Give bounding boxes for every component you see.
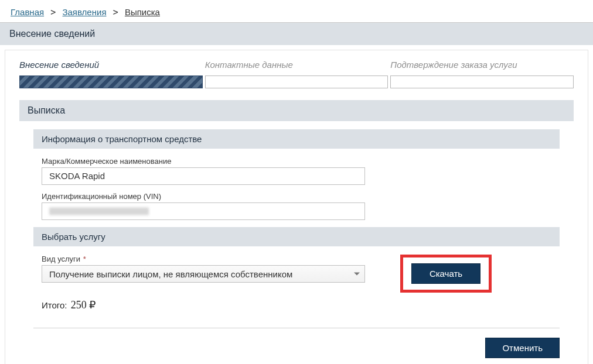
breadcrumb-home[interactable]: Главная (11, 7, 44, 17)
wizard-progress (19, 75, 574, 88)
brand-input[interactable]: SKODA Rapid (42, 167, 365, 185)
service-type-value: Получение выписки лицом, не являющемся с… (49, 269, 292, 279)
chevron-right-icon: > (113, 7, 118, 18)
total-amount: 250 ₽ (71, 299, 96, 311)
wizard-container: Внесение сведений Контактные данные Подт… (5, 50, 588, 364)
inner-panel: Информация о транспортном средстве Марка… (19, 129, 574, 317)
service-left: Вид услуги * Получение выписки лицом, не… (42, 255, 365, 283)
total-label: Итого: (42, 300, 67, 310)
download-button[interactable]: Скачать (411, 263, 480, 284)
panel-title: Внесение сведений (0, 23, 593, 45)
vehicle-info-header: Информация о транспортном средстве (33, 129, 560, 149)
service-row: Вид услуги * Получение выписки лицом, не… (42, 255, 551, 293)
step-label-3: Подтверждение заказа услуги (390, 60, 574, 72)
field-vin: Идентификационный номер (VIN) (42, 192, 551, 220)
section-header: Выписка (19, 100, 574, 121)
field-brand: Марка/Коммерческое наименование SKODA Ra… (42, 157, 551, 185)
step-label-1: Внесение сведений (19, 60, 203, 72)
brand-label: Марка/Коммерческое наименование (42, 157, 551, 166)
step-label-2: Контактные данные (205, 60, 388, 72)
service-type-label: Вид услуги * (42, 255, 365, 263)
wizard-steps: Внесение сведений Контактные данные Подт… (19, 60, 574, 72)
page: Главная > Заявления > Выписка Внесение с… (0, 0, 593, 364)
vin-input[interactable] (42, 202, 365, 220)
progress-seg-1 (19, 75, 203, 88)
cancel-button[interactable]: Отменить (485, 338, 560, 358)
progress-seg-2 (205, 75, 388, 88)
chevron-right-icon: > (50, 7, 56, 18)
download-highlight: Скачать (400, 255, 492, 293)
service-header: Выбрать услугу (33, 227, 560, 246)
required-mark: * (83, 255, 86, 263)
breadcrumb-applications[interactable]: Заявления (62, 7, 106, 17)
breadcrumb: Главная > Заявления > Выписка (0, 0, 593, 23)
chevron-down-icon (354, 273, 360, 276)
breadcrumb-current: Выписка (125, 7, 160, 17)
total: Итого: 250 ₽ (42, 298, 551, 311)
footer-separator (33, 328, 560, 328)
footer-row: Отменить (19, 338, 574, 364)
vin-label: Идентификационный номер (VIN) (42, 192, 551, 201)
service-type-select[interactable]: Получение выписки лицом, не являющемся с… (42, 265, 365, 283)
progress-seg-3 (390, 75, 574, 88)
